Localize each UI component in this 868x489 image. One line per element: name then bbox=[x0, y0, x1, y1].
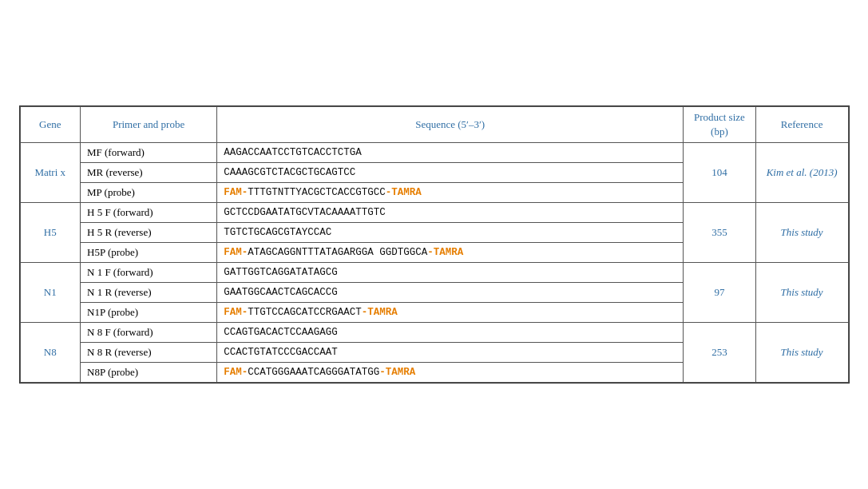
sequence-mid: TTTGTNTTYACGCTCACCGTGCC bbox=[248, 187, 386, 198]
header-sequence: Sequence (5′–3′) bbox=[217, 106, 684, 142]
primer-name-cell: H5P (probe) bbox=[81, 243, 217, 263]
primer-name-cell: N8P (probe) bbox=[81, 363, 217, 383]
main-table-container: Gene Primer and probe Sequence (5′–3′) P… bbox=[19, 105, 850, 384]
header-reference: Reference bbox=[755, 106, 848, 142]
fam-label: FAM- bbox=[224, 187, 248, 198]
primer-name-cell: H 5 F (forward) bbox=[81, 203, 217, 223]
primer-name-cell: N 8 R (reverse) bbox=[81, 343, 217, 363]
tamra-label: -TAMRA bbox=[362, 307, 398, 318]
sequence-mid: ATAGCAGGNTTTATAGARGGA GGDTGGCA bbox=[248, 247, 427, 258]
reference-cell: This study bbox=[755, 263, 848, 323]
table-row: N1N 1 F (forward)GATTGGTCAGGATATAGCG97Th… bbox=[20, 263, 848, 283]
primer-name-cell: N 1 F (forward) bbox=[81, 263, 217, 283]
product-size-cell: 104 bbox=[684, 143, 756, 203]
sequence-cell: GATTGGTCAGGATATAGCG bbox=[217, 263, 684, 283]
sequence-cell: CCACTGTATCCCGACCAAT bbox=[217, 343, 684, 363]
sequence-cell: CCAGTGACACTCCAAGAGG bbox=[217, 323, 684, 343]
sequence-cell: TGTCTGCAGCGTAYCCAC bbox=[217, 223, 684, 243]
primer-name-cell: N1P (probe) bbox=[81, 303, 217, 323]
primer-name-cell: MR (reverse) bbox=[81, 163, 217, 183]
fam-label: FAM- bbox=[224, 247, 248, 258]
primer-name-cell: H 5 R (reverse) bbox=[81, 223, 217, 243]
tamra-label: -TAMRA bbox=[427, 247, 463, 258]
sequence-cell: AAGACCAATCCTGTCACCTCTGA bbox=[217, 143, 684, 163]
sequence-cell: FAM-ATAGCAGGNTTTATAGARGGA GGDTGGCA-TAMRA bbox=[217, 243, 684, 263]
table-row: N8N 8 F (forward)CCAGTGACACTCCAAGAGG253T… bbox=[20, 323, 848, 343]
sequence-cell: FAM-TTTGTNTTYACGCTCACCGTGCC-TAMRA bbox=[217, 183, 684, 203]
fam-label: FAM- bbox=[224, 307, 248, 318]
fam-label: FAM- bbox=[224, 367, 248, 378]
sequence-cell: GAATGGCAACTCAGCACCG bbox=[217, 283, 684, 303]
tamra-label: -TAMRA bbox=[386, 187, 422, 198]
gene-cell: H5 bbox=[20, 203, 81, 263]
sequence-cell: FAM-CCATGGGAAATCAGGGATATGG-TAMRA bbox=[217, 363, 684, 383]
header-gene: Gene bbox=[20, 106, 81, 142]
header-product-size: Product size (bp) bbox=[684, 106, 756, 142]
gene-cell: Matri x bbox=[20, 143, 81, 203]
header-row: Gene Primer and probe Sequence (5′–3′) P… bbox=[20, 106, 848, 142]
sequence-mid: CCATGGGAAATCAGGGATATGG bbox=[248, 367, 379, 378]
sequence-cell: GCTCCDGAATATGCVTACAAAATTGTC bbox=[217, 203, 684, 223]
gene-cell: N1 bbox=[20, 263, 81, 323]
reference-cell: Kim et al. (2013) bbox=[755, 143, 848, 203]
reference-cell: This study bbox=[755, 323, 848, 383]
product-size-cell: 355 bbox=[684, 203, 756, 263]
primer-name-cell: MP (probe) bbox=[81, 183, 217, 203]
product-size-cell: 97 bbox=[684, 263, 756, 323]
tamra-label: -TAMRA bbox=[379, 367, 415, 378]
table-row: Matri xMF (forward)AAGACCAATCCTGTCACCTCT… bbox=[20, 143, 848, 163]
primer-name-cell: N 8 F (forward) bbox=[81, 323, 217, 343]
data-table: Gene Primer and probe Sequence (5′–3′) P… bbox=[20, 106, 849, 383]
sequence-cell: FAM-TTGTCCAGCATCCRGAACT-TAMRA bbox=[217, 303, 684, 323]
reference-cell: This study bbox=[755, 203, 848, 263]
sequence-cell: CAAAGCGTCTACGCTGCAGTCC bbox=[217, 163, 684, 183]
gene-cell: N8 bbox=[20, 323, 81, 383]
sequence-mid: TTGTCCAGCATCCRGAACT bbox=[248, 307, 362, 318]
table-row: H5H 5 F (forward)GCTCCDGAATATGCVTACAAAAT… bbox=[20, 203, 848, 223]
header-primer-probe: Primer and probe bbox=[81, 106, 217, 142]
product-size-cell: 253 bbox=[684, 323, 756, 383]
primer-name-cell: N 1 R (reverse) bbox=[81, 283, 217, 303]
primer-name-cell: MF (forward) bbox=[81, 143, 217, 163]
